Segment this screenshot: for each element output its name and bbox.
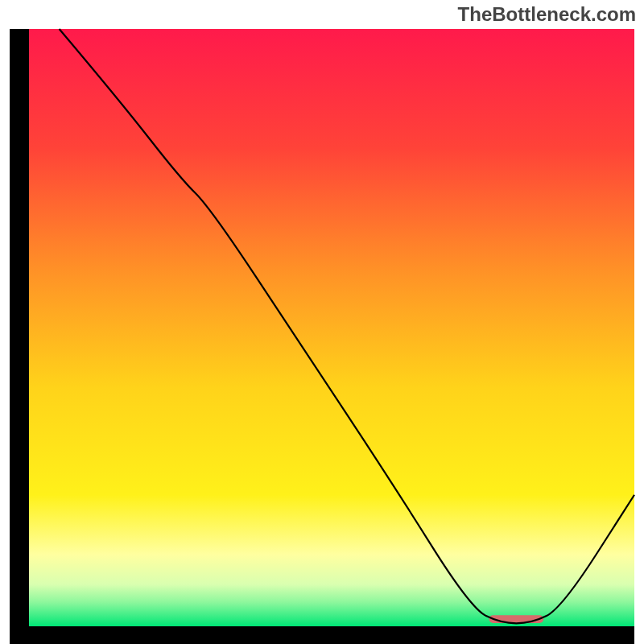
bottleneck-chart: [0, 0, 644, 644]
chart-container: TheBottleneck.com: [0, 0, 644, 644]
optimum-marker: [489, 615, 544, 623]
watermark-text: TheBottleneck.com: [458, 3, 636, 26]
plot-background: [29, 29, 634, 626]
